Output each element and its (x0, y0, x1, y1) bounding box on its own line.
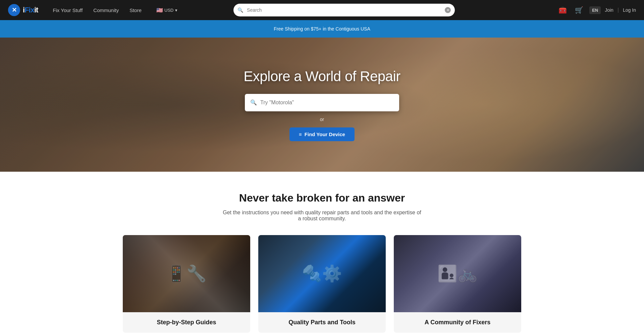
nav-right: 🧰 🛒 EN Join | Log In (556, 4, 636, 16)
card-community-image (394, 235, 521, 312)
tagline-heading: Never take broken for an answer (7, 192, 637, 204)
currency-label: USD (164, 8, 173, 13)
nav-divider: | (618, 7, 619, 13)
cart-icon-button[interactable]: 🛒 (573, 4, 585, 16)
language-selector[interactable]: EN (589, 6, 601, 14)
card-guides[interactable]: Step-by-Step Guides (123, 235, 250, 333)
nav-fix-your-stuff[interactable]: Fix Your Stuff (49, 5, 87, 16)
hero-or-label: or (244, 117, 400, 122)
toolbox-icon-button[interactable]: 🧰 (556, 4, 569, 16)
list-icon: ≡ (299, 131, 302, 137)
tagline-body: Get the instructions you need with quali… (221, 210, 423, 222)
flag-icon: 🇺🇸 (156, 7, 163, 13)
hero-search-input[interactable] (260, 100, 394, 106)
card-community-label: A Community of Fixers (394, 312, 521, 333)
join-link[interactable]: Join (605, 7, 613, 13)
tagline-section: Never take broken for an answer Get the … (0, 172, 644, 235)
promo-banner: Free Shipping on $75+ in the Contiguous … (0, 20, 644, 38)
chevron-down-icon: ▾ (175, 8, 177, 13)
hero-title: Explore a World of Repair (244, 68, 400, 85)
promo-text: Free Shipping on $75+ in the Contiguous … (274, 26, 370, 32)
card-community[interactable]: A Community of Fixers (394, 235, 521, 333)
find-device-button[interactable]: ≡ Find Your Device (289, 127, 355, 141)
card-parts-image (258, 235, 386, 312)
navbar: ✕ iFixit Fix Your Stuff Community Store … (0, 0, 644, 20)
nav-store[interactable]: Store (125, 5, 146, 16)
search-icon: 🔍 (237, 7, 243, 13)
card-guides-label: Step-by-Step Guides (123, 312, 250, 333)
logo-text: iFixit (23, 6, 38, 14)
search-input[interactable] (233, 4, 455, 16)
nav-links: Fix Your Stuff Community Store (49, 5, 146, 16)
nav-community[interactable]: Community (89, 5, 123, 16)
logo-icon: ✕ (8, 4, 20, 16)
card-guides-image (123, 235, 250, 312)
nav-search-container: 🔍 ✕ (233, 4, 455, 16)
currency-selector[interactable]: 🇺🇸 USD ▾ (156, 7, 177, 13)
hero-search-icon: 🔍 (250, 99, 257, 106)
find-device-label: Find Your Device (305, 131, 345, 137)
card-parts[interactable]: Quality Parts and Tools (258, 235, 386, 333)
hero-content: Explore a World of Repair 🔍 or ≡ Find Yo… (244, 68, 400, 141)
hero-search-box: 🔍 (245, 94, 399, 111)
card-parts-label: Quality Parts and Tools (258, 312, 386, 333)
login-link[interactable]: Log In (623, 7, 636, 13)
hero-section: Explore a World of Repair 🔍 or ≡ Find Yo… (0, 38, 644, 172)
nav-auth: Join | Log In (605, 7, 636, 13)
search-clear-button[interactable]: ✕ (445, 7, 451, 13)
cards-row: Step-by-Step Guides Quality Parts and To… (104, 235, 540, 333)
logo-link[interactable]: ✕ iFixit (8, 4, 38, 16)
